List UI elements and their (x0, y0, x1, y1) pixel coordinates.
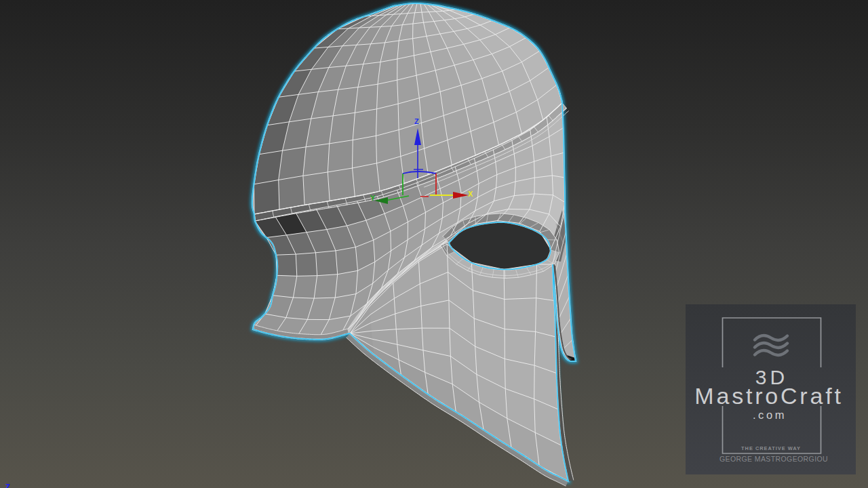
svg-text:X: X (468, 190, 473, 198)
svg-text:.com: .com (753, 409, 787, 421)
svg-text:z: z (5, 481, 10, 488)
svg-text:Z: Z (414, 117, 419, 125)
svg-text:Y: Y (370, 194, 376, 202)
svg-text:MastroCraft: MastroCraft (694, 383, 843, 409)
svg-text:THE CREATIVE WAY: THE CREATIVE WAY (741, 445, 801, 451)
svg-text:GEORGE MASTROGEORGIOU: GEORGE MASTROGEORGIOU (719, 455, 828, 463)
